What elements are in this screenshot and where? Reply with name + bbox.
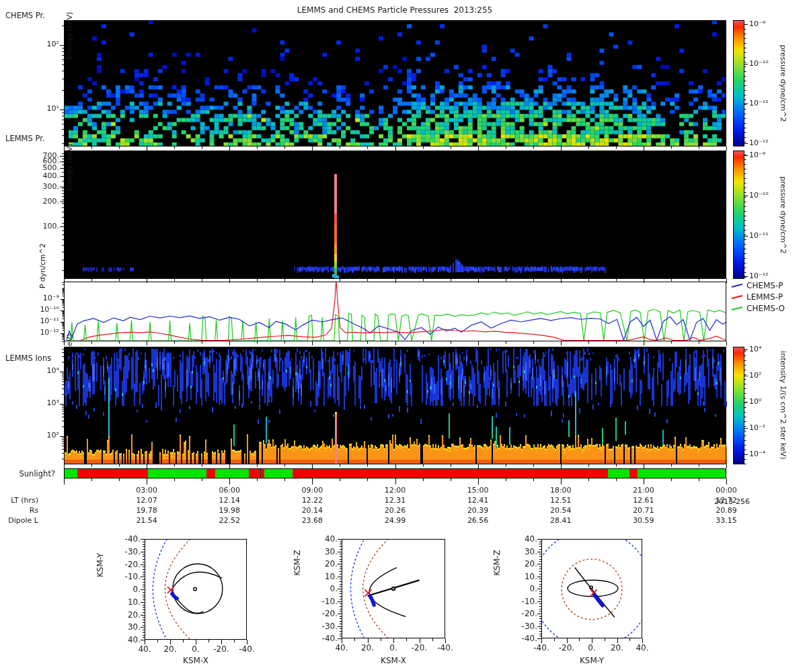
orbit-plot-ksmz-ksmy: [541, 539, 642, 638]
colorbar-tick-label: 10⁻⁹: [749, 19, 765, 28]
orbit-y-tick-label: 20.: [510, 559, 537, 569]
orbit-plot-ksmy-ksmx: [145, 539, 247, 640]
legend-label: CHEMS-O: [746, 304, 785, 313]
dipole-value: 30.59: [633, 516, 654, 525]
time-tick-label: 15:00: [467, 486, 489, 495]
lt-value: 12.41: [467, 496, 489, 505]
lemms-ions-spectrogram: [64, 347, 726, 464]
orbit-y-tick-label: -20.: [510, 609, 537, 618]
y-tick-label: 500.: [26, 163, 59, 172]
lt-value: 12.07: [136, 496, 157, 505]
legend-label: CHEMS-P: [746, 281, 783, 290]
lt-value: 12.61: [633, 496, 654, 505]
y-tick-label: 10²: [26, 431, 59, 439]
orbit-x-tick-label: 0.: [588, 643, 595, 653]
colorbar-pressure-2: [733, 151, 744, 279]
rs-value: 20.26: [385, 506, 406, 515]
orbit-y-tick-label: 0.: [114, 585, 141, 594]
dipole-value: 23.68: [302, 516, 323, 525]
lemms-pressure-spectrogram: [64, 151, 726, 279]
orbit-x-tick-label: -40.: [533, 643, 549, 653]
rs-value: 19.98: [219, 506, 241, 515]
orbit-y-tick-label: -40.: [114, 534, 141, 544]
orbit-x-tick-label: 20.: [163, 644, 176, 654]
y-tick-label: 10⁻¹⁰: [26, 305, 59, 314]
orbit-y-tick-label: 10.: [510, 572, 537, 581]
colorbar-tick-label: 10⁻⁴: [749, 450, 765, 458]
orbit-y-tick-label: 40.: [510, 534, 537, 544]
orbit-y-tick-label: 40.: [311, 534, 338, 544]
colorbar-tick-label: 10²: [749, 371, 761, 380]
colorbar-title-ions: intensity 1/(s cm^2 ster keV): [779, 351, 787, 459]
colorbar-tick-label: 10⁻¹⁰: [749, 59, 769, 68]
legend-item-lemms-p: LEMMS-P: [730, 292, 783, 302]
orbit-x-tick-label: 0.: [192, 644, 199, 654]
sunlight-label: Sunlight?: [5, 469, 55, 478]
lt-value: 12.51: [550, 496, 572, 505]
orbit-x-tick-label: -40.: [437, 643, 453, 653]
y-tick-label: 10⁻¹²: [26, 328, 59, 337]
orbit-y-tick-label: -20.: [311, 609, 338, 618]
orbit-x-tick-label: 20.: [361, 643, 374, 653]
legend-label: LEMMS-P: [746, 292, 783, 302]
orbit-x-tick-label: 40.: [138, 644, 151, 654]
orbit-y-tick-label: -40.: [311, 634, 338, 643]
lt-value: 12.72: [716, 496, 737, 505]
rs-value: 20.39: [467, 506, 489, 515]
panel-label-lemms: LEMMS Pr.: [5, 134, 45, 143]
time-tick-label: 18:00: [550, 486, 572, 495]
legend-line-green-icon: [730, 305, 744, 312]
colorbar-tick-label: 10⁻¹²: [749, 138, 769, 147]
x-axis-title-orbit1: KSM-X: [183, 656, 208, 665]
panel-label-ions: LEMMS Ions: [5, 353, 51, 363]
orbit-y-tick-label: 20.: [311, 559, 338, 569]
orbit-y-tick-label: 30.: [311, 547, 338, 556]
orbit-x-tick-label: -20.: [559, 643, 574, 653]
orbit-y-tick-label: -30.: [311, 622, 338, 631]
rs-value: 20.89: [716, 506, 737, 515]
rs-value: 20.71: [633, 506, 654, 515]
colorbar-tick-label: 10⁰: [749, 397, 761, 406]
orbit-y-tick-label: -30.: [510, 622, 537, 631]
orbit-plot-ksmz-ksmx: [342, 539, 445, 638]
colorbar-tick-label: 10⁻¹¹: [749, 231, 769, 240]
orbit-y-tick-label: 10.: [311, 572, 338, 581]
dipole-value: 33.15: [716, 516, 737, 525]
y-tick-label: 400.: [26, 171, 59, 180]
rs-value: 19.78: [136, 506, 157, 515]
colorbar-tick-label: 10⁻¹¹: [749, 99, 769, 108]
colorbar-title-chems: pressure dyne/cm^2: [779, 45, 787, 122]
colorbar-tick-label: 10⁴: [749, 345, 761, 353]
y-tick-label: 10³: [26, 398, 59, 407]
lt-value: 12.14: [219, 496, 241, 505]
y-tick-label: 10¹: [26, 104, 59, 113]
time-tick-label: 00:00: [716, 486, 737, 495]
panel-label-chems: CHEMS Pr.: [5, 11, 45, 20]
dipole-value: 22.52: [219, 516, 241, 525]
orbit-y-tick-label: 40.: [114, 635, 141, 644]
lt-value: 12.31: [385, 496, 406, 505]
row-label-dipole: Dipole L: [0, 516, 38, 525]
row-label-lt: LT (hrs): [0, 496, 38, 505]
dipole-value: 24.99: [385, 516, 406, 525]
legend-line-red-icon: [730, 294, 744, 300]
orbit-y-tick-label: 0.: [311, 584, 338, 593]
y-tick-label: 10⁻¹¹: [26, 317, 59, 325]
orbit-x-tick-label: -20.: [412, 643, 427, 653]
dipole-value: 21.54: [136, 516, 157, 525]
orbit-y-tick-label: -10.: [510, 597, 537, 606]
plot-page: { "title": "LEMMS and CHEMS Particle Pre…: [0, 0, 807, 672]
time-tick-label: 21:00: [633, 486, 654, 495]
orbit-y-tick-label: -30.: [114, 547, 141, 556]
orbit-x-tick-label: 40.: [636, 643, 648, 653]
legend-item-chems-p: CHEMS-P: [730, 281, 783, 290]
y-tick-label: 10⁻⁹: [26, 294, 59, 302]
orbit-x-tick-label: 20.: [611, 643, 623, 653]
legend-item-chems-o: CHEMS-O: [730, 304, 785, 313]
colorbar-tick-label: 10⁻¹²: [749, 271, 769, 280]
row-label-rs: Rs: [0, 506, 38, 515]
colorbar-tick-label: 10⁻²: [749, 423, 765, 432]
orbit-y-tick-label: -10.: [114, 572, 141, 581]
orbit-x-tick-label: -20.: [213, 644, 229, 654]
orbit-y-tick-label: 0.: [510, 584, 537, 593]
